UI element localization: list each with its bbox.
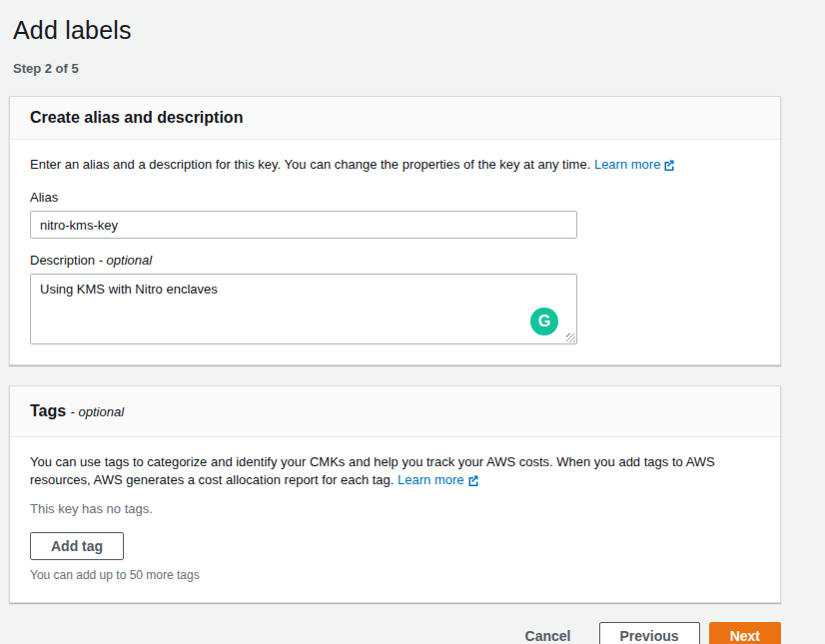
alias-panel-header: Create alias and description	[10, 97, 780, 140]
step-indicator: Step 2 of 5	[13, 61, 825, 76]
grammarly-icon[interactable]: G	[530, 308, 558, 335]
tags-limit-note: You can add up to 50 more tags	[30, 568, 760, 582]
description-field-label: Description - optional	[30, 253, 760, 268]
add-tag-button[interactable]: Add tag	[30, 532, 124, 560]
alias-panel-title: Create alias and description	[30, 109, 243, 126]
tags-empty-text: This key has no tags.	[30, 501, 760, 516]
tags-panel-intro: You can use tags to categorize and ident…	[30, 453, 760, 491]
next-button[interactable]: Next	[709, 622, 781, 644]
cancel-button[interactable]: Cancel	[525, 623, 571, 644]
external-link-icon	[467, 473, 479, 491]
tags-learn-more-link[interactable]: Learn more	[398, 472, 463, 487]
alias-input[interactable]	[30, 211, 577, 239]
external-link-icon	[663, 158, 675, 176]
description-textarea-wrap: Using KMS with Nitro enclaves G	[30, 274, 577, 344]
previous-button[interactable]: Previous	[599, 622, 700, 644]
tags-optional-label: - optional	[71, 404, 124, 419]
page-content: Add labels Step 2 of 5 Create alias and …	[0, 0, 825, 644]
alias-panel-intro: Enter an alias and a description for thi…	[30, 156, 760, 176]
description-textarea[interactable]: Using KMS with Nitro enclaves	[30, 274, 577, 344]
tags-intro-text: You can use tags to categorize and ident…	[30, 454, 715, 487]
tags-panel-body: You can use tags to categorize and ident…	[10, 437, 780, 602]
alias-intro-text: Enter an alias and a description for thi…	[30, 157, 590, 172]
alias-panel-body: Enter an alias and a description for thi…	[10, 140, 780, 364]
description-optional-label: - optional	[99, 253, 152, 268]
tags-panel: Tags - optional You can use tags to cate…	[9, 385, 781, 603]
tags-panel-title: Tags	[30, 402, 66, 419]
alias-learn-more-link[interactable]: Learn more	[594, 157, 660, 172]
alias-panel: Create alias and description Enter an al…	[9, 96, 781, 365]
wizard-footer: Cancel Previous Next	[0, 622, 781, 644]
page-title: Add labels	[13, 16, 825, 45]
tags-panel-header: Tags - optional	[10, 386, 780, 437]
alias-field-label: Alias	[30, 190, 760, 205]
resize-handle-icon[interactable]	[566, 333, 575, 342]
